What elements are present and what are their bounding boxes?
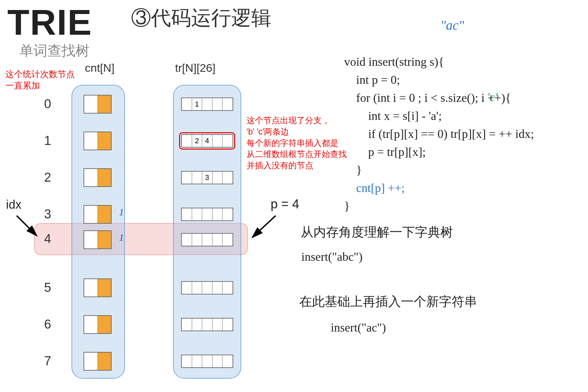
tr-row-6 [181,318,233,331]
svg-line-1 [252,216,276,237]
title-trie: TRIE [7,1,92,43]
tr-array-panel [173,85,241,379]
note-line: 并插入没有的节点 [247,160,347,171]
mem-explain-2: insert("abc") [301,250,362,264]
row-index-6: 6 [44,317,51,332]
code-line: } [344,199,350,213]
tr-row-4 [181,233,233,246]
row-index-2: 2 [44,170,51,185]
subtitle: 单词查找树 [19,41,90,60]
code-line: int x = s[i] - 'a'; [344,109,442,123]
cnt-cell-6 [84,315,112,334]
row-index-3: 3 [44,207,51,221]
arrow-p-icon [247,212,281,246]
code-annotation-ac: "ac" [440,17,464,33]
cnt-cell-3 [84,205,112,224]
code-line: if (tr[p][x] == 0) tr[p][x] = ++ idx; [344,127,534,141]
arrow-idx-icon [13,212,43,242]
note-line: 这个节点出现了分支， [247,115,347,126]
tr-val: 4 [202,135,212,147]
cnt-array-label: cnt[N] [85,61,115,74]
tr-array-label: tr[N][26] [175,61,215,74]
mem-explain-1: 从内存角度理解一下字典树 [301,224,453,241]
cnt-cell-1 [84,132,112,150]
section-title: ③代码运行逻辑 [131,5,271,32]
mem-explain-3: 在此基础上再插入一个新字符串 [299,293,477,310]
code-line-cnt: cnt[p] ++; [344,181,405,195]
svg-line-0 [17,216,37,236]
tr-row-7 [181,355,233,368]
code-line: } [344,163,362,177]
row-index-5: 5 [44,280,51,295]
code-line: for (int i = 0 ; i < s.size(); i ++){ [344,91,511,105]
tr-row-3 [181,208,233,221]
code-line: int p = 0; [344,73,400,86]
cnt-cell-7 [84,352,112,371]
cnt-cell-2 [84,168,112,187]
tr-row-5 [181,281,233,295]
idx-label: idx [6,198,21,212]
row-index-7: 7 [44,354,51,368]
note-line: 一直累加 [5,80,75,91]
note-line: 这个统计次数节点 [5,69,75,80]
tr-row-2: 3 [181,171,233,184]
note-line: 每个新的字符串插入都是 [247,138,347,149]
cnt-cell-5 [84,278,112,297]
code-line: void insert(string s){ [344,55,444,68]
code-block: void insert(string s){ int p = 0; for (i… [344,35,534,215]
mem-explain-4: insert("ac") [331,321,386,335]
cnt-val-4: 1 [119,232,124,243]
note-branch: 这个节点出现了分支， 'b' 'c'两条边 每个新的字符串插入都是 从二维数组根… [247,115,347,171]
note-line: 'b' 'c'两条边 [247,126,347,138]
tr-row-0: 1 [181,97,233,111]
tr-val: 2 [192,135,202,147]
row-index-0: 0 [44,97,51,111]
tr-row-1: 24 [181,134,233,148]
code-line: p = tr[p][x]; [344,145,426,159]
p-label: p = 4 [271,197,299,211]
tr-val: 3 [202,172,212,184]
cnt-val-3: 1 [119,206,124,218]
cnt-cell-0 [84,95,112,114]
note-line: 从二维数组根节点开始查找 [247,149,347,160]
note-cnt-accumulate: 这个统计次数节点 一直累加 [5,69,75,91]
row-index-4: 4 [44,232,51,246]
tr-val: 1 [192,98,202,110]
row-index-1: 1 [44,134,51,148]
cnt-cell-4 [84,230,112,249]
